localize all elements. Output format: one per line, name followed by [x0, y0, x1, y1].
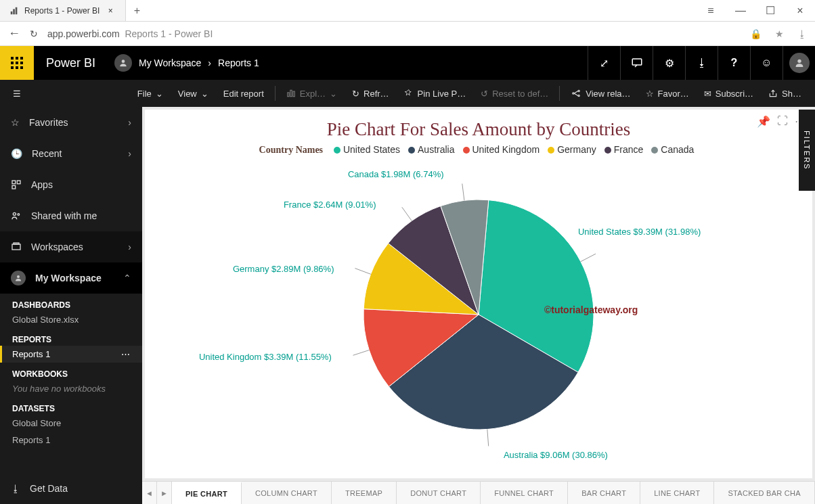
more-icon[interactable]: ⋯: [121, 349, 130, 359]
section-dashboards: DASHBOARDS: [0, 294, 142, 311]
pie-chart[interactable]: ©tutorialgateway.org United States $9.39…: [145, 156, 812, 474]
sidebar-item-favorites[interactable]: ☆ Favorites›: [0, 107, 142, 138]
svg-rect-11: [20, 66, 23, 69]
subscribe-button[interactable]: ✉ Subscri…: [697, 80, 760, 107]
tab-next-button[interactable]: ►: [157, 482, 172, 504]
get-data-button[interactable]: ⭳ Get Data: [0, 473, 142, 504]
download-button[interactable]: ⭳: [685, 46, 718, 80]
reset-button[interactable]: ↺ Reset to def…: [474, 80, 555, 107]
svg-line-34: [462, 184, 464, 201]
page-tab[interactable]: TREEMAP: [332, 482, 397, 504]
svg-point-25: [18, 214, 20, 216]
help-button[interactable]: ?: [718, 46, 750, 80]
breadcrumb-report[interactable]: Reports 1: [218, 58, 259, 68]
focus-mode-icon[interactable]: ⛶: [777, 115, 788, 128]
page-tabs: ◄ ► PIE CHARTCOLUMN CHARTTREEMAPDONUT CH…: [142, 481, 815, 504]
legend-item[interactable]: Australia: [408, 144, 454, 155]
page-tab[interactable]: PIE CHART: [172, 482, 242, 504]
tab-prev-button[interactable]: ◄: [142, 482, 157, 504]
report-item-active[interactable]: Reports 1⋯: [0, 346, 142, 363]
slice-label: Australia $9.06M (30.86%): [504, 450, 608, 460]
report-canvas[interactable]: 📌 ⛶ ⋯ Pie Chart For Sales Amount by Coun…: [145, 110, 812, 478]
pin-live-button[interactable]: Pin Live P…: [397, 80, 473, 107]
page-tab[interactable]: COLUMN CHART: [242, 482, 332, 504]
slice-label: Germany $2.89M (9.86%): [233, 264, 334, 274]
edit-report-button[interactable]: Edit report: [217, 80, 271, 107]
page-tab[interactable]: STACKED BAR CHA: [714, 482, 815, 504]
chevron-right-icon: ›: [128, 117, 131, 128]
svg-rect-6: [11, 62, 14, 64]
comments-button[interactable]: [620, 46, 653, 80]
fullscreen-button[interactable]: ⤢: [588, 46, 620, 80]
page-tab[interactable]: FUNNEL CHART: [481, 482, 568, 504]
share-button[interactable]: Sh…: [762, 80, 808, 107]
maximize-button[interactable]: ☐: [755, 0, 785, 21]
refresh-icon[interactable]: ↻: [30, 28, 38, 39]
nav-toggle-button[interactable]: ☰: [0, 89, 34, 99]
filters-pane-toggle[interactable]: FILTERS: [799, 110, 815, 191]
legend-item[interactable]: Germany: [548, 144, 596, 155]
chart-title: Pie Chart For Sales Amount by Countries: [145, 110, 812, 144]
page-tab[interactable]: LINE CHART: [640, 482, 714, 504]
favorite-button[interactable]: ☆ Favor…: [639, 80, 696, 107]
sidebar-item-shared[interactable]: Shared with me: [0, 200, 142, 231]
brand-label[interactable]: Power BI: [34, 46, 108, 80]
svg-rect-9: [11, 66, 14, 69]
chevron-down-icon: ⌄: [201, 89, 208, 99]
svg-rect-0: [11, 11, 13, 14]
powerbi-favicon-icon: [9, 6, 19, 16]
page-tab[interactable]: BAR CHART: [568, 482, 640, 504]
legend-item[interactable]: France: [604, 144, 644, 155]
svg-point-20: [578, 95, 579, 96]
view-menu[interactable]: View ⌄: [171, 80, 215, 107]
back-button[interactable]: ←: [8, 26, 20, 41]
svg-point-18: [573, 93, 574, 94]
explore-button[interactable]: Expl… ⌄: [280, 80, 344, 107]
feedback-button[interactable]: ☺: [750, 46, 783, 80]
slice-label: United States $9.39M (31.98%): [578, 227, 701, 237]
svg-line-33: [402, 207, 412, 221]
tab-close-icon[interactable]: ×: [105, 6, 116, 16]
breadcrumb-workspace[interactable]: My Workspace: [139, 58, 201, 68]
legend-item[interactable]: Canada: [651, 144, 694, 155]
pin-visual-icon[interactable]: 📌: [757, 115, 770, 128]
svg-rect-27: [14, 243, 19, 244]
account-button[interactable]: [783, 46, 815, 80]
sidebar-item-myworkspace[interactable]: My Workspace⌃: [0, 262, 142, 294]
app-header: Power BI My Workspace › Reports 1 ⤢ ⚙ ⭳ …: [0, 46, 815, 80]
download-icon[interactable]: ⭳: [797, 28, 807, 39]
page-tab[interactable]: DONUT CHART: [397, 482, 481, 504]
dataset-item[interactable]: Reports 1: [0, 432, 142, 449]
workbooks-empty: You have no workbooks: [0, 380, 142, 397]
close-window-button[interactable]: ×: [785, 0, 815, 21]
app-launcher-button[interactable]: [0, 46, 34, 80]
svg-rect-15: [288, 93, 289, 97]
window-titlebar: Reports 1 - Power BI × + ≡ — ☐ ×: [0, 0, 815, 22]
svg-rect-4: [16, 57, 18, 60]
bookmark-icon[interactable]: ★: [775, 28, 784, 39]
refresh-button[interactable]: ↻ Refr…: [345, 80, 396, 107]
svg-line-29: [581, 254, 596, 262]
url-display[interactable]: app.powerbi.com Reports 1 - Power BI: [47, 28, 213, 39]
settings-button[interactable]: ⚙: [653, 46, 685, 80]
menu-icon[interactable]: ≡: [696, 0, 726, 21]
svg-point-19: [578, 90, 579, 91]
section-workbooks: WORKBOOKS: [0, 363, 142, 380]
file-menu[interactable]: File ⌄: [131, 80, 170, 107]
chevron-right-icon: ›: [128, 242, 131, 252]
new-tab-button[interactable]: +: [126, 0, 148, 21]
view-related-button[interactable]: View rela…: [564, 80, 637, 107]
dataset-item[interactable]: Global Store: [0, 415, 142, 432]
svg-point-28: [17, 275, 20, 278]
legend-item[interactable]: United States: [334, 144, 400, 155]
legend-item[interactable]: United Kingdom: [463, 144, 540, 155]
dashboard-item[interactable]: Global Store.xlsx: [0, 311, 142, 328]
browser-tab[interactable]: Reports 1 - Power BI ×: [0, 0, 126, 21]
svg-rect-26: [12, 244, 20, 250]
minimize-button[interactable]: —: [726, 0, 755, 21]
svg-rect-2: [16, 7, 18, 14]
svg-point-24: [13, 212, 16, 215]
sidebar-item-apps[interactable]: Apps: [0, 169, 142, 200]
sidebar-item-workspaces[interactable]: Workspaces›: [0, 231, 142, 262]
sidebar-item-recent[interactable]: 🕒 Recent›: [0, 138, 142, 169]
